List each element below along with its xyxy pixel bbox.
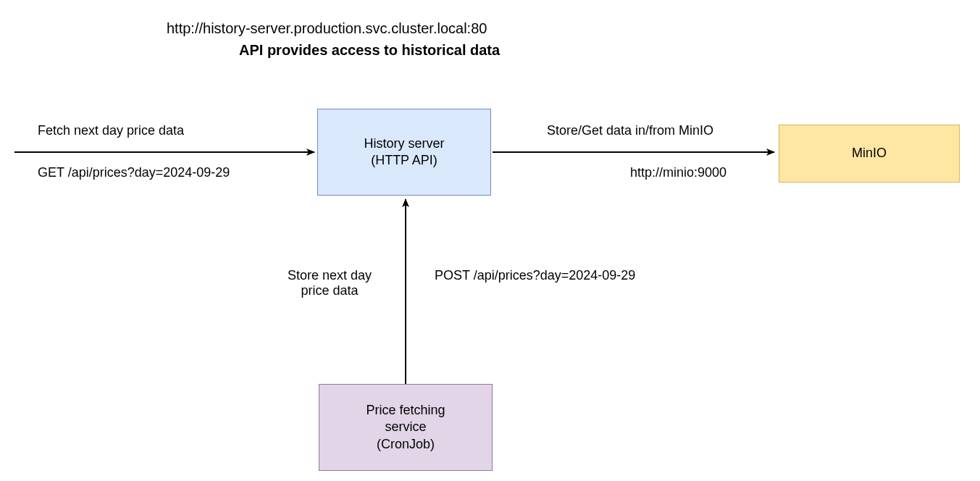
edge-right-bottom-label: http://minio:9000: [630, 165, 726, 180]
history-server-line2: (HTTP API): [371, 153, 437, 167]
edge-bottom-left-line1: Store next day: [288, 268, 372, 283]
edge-right-top-label: Store/Get data in/from MinIO: [547, 123, 713, 138]
edge-left-bottom-label: GET /api/prices?day=2024-09-29: [38, 165, 230, 180]
minio-label: MinIO: [852, 145, 887, 162]
header-url: http://history-server.production.svc.clu…: [167, 20, 487, 37]
edge-bottom-left-label: Store next day price data: [268, 268, 391, 298]
header-subtitle: API provides access to historical data: [239, 42, 500, 59]
price-service-line1: Price fetching: [366, 403, 445, 417]
edge-left-top-label: Fetch next day price data: [38, 123, 184, 138]
minio-node: MinIO: [779, 125, 960, 183]
price-service-line2: service: [385, 419, 426, 434]
price-service-line3: (CronJob): [377, 437, 435, 451]
edge-bottom-left-line2: price data: [301, 283, 358, 298]
edge-bottom-right-label: POST /api/prices?day=2024-09-29: [435, 268, 635, 283]
price-service-node: Price fetching service (CronJob): [319, 384, 493, 471]
history-server-node: History server (HTTP API): [317, 109, 491, 196]
history-server-line1: History server: [364, 136, 444, 151]
